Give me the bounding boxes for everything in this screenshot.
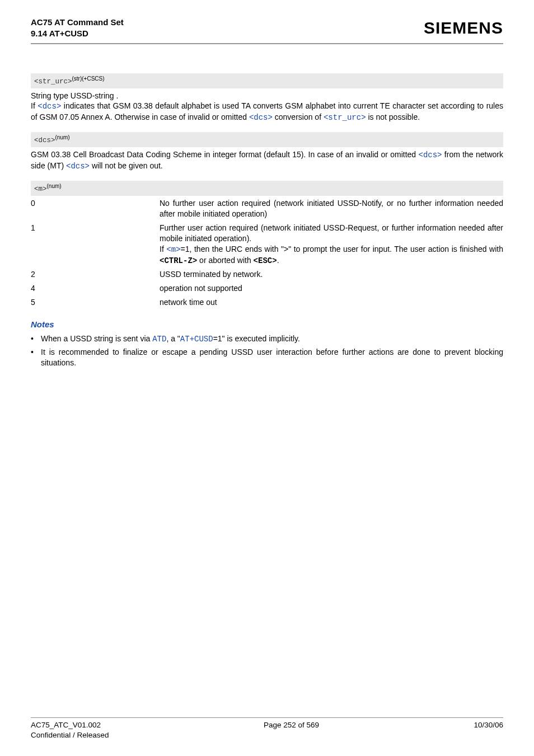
table-row: 1 Further user action required (network … (31, 223, 503, 266)
param-m-table: 0 No further user action required (netwo… (31, 198, 503, 308)
bullet-icon: • (31, 334, 41, 344)
m-ref: <m> (166, 245, 180, 254)
text: is not possible. (366, 112, 420, 121)
footer-date: 10/30/06 (474, 720, 503, 740)
m-val: USSD terminated by network. (160, 269, 503, 280)
param-str-urc-sup: (str)(+CSCS) (72, 76, 105, 82)
param-m-header: <m>(num) (31, 181, 503, 196)
text: Further user action required (network in… (160, 223, 503, 243)
param-dcs-sup: (num) (55, 134, 70, 140)
table-row: 2 USSD terminated by network. (31, 269, 503, 280)
text: String type USSD-string . (31, 91, 118, 100)
dcs-ref: <dcs> (38, 102, 61, 111)
table-row: 4 operation not supported (31, 283, 503, 294)
param-m-code: <m> (34, 185, 47, 193)
dcs-ref: <dcs> (249, 113, 273, 122)
doc-version: AC75_ATC_V01.002 (31, 721, 101, 729)
text: conversion of (273, 112, 324, 121)
ctrl-z-key: <CTRL-Z> (160, 256, 197, 265)
param-dcs-header: <dcs>(num) (31, 132, 503, 147)
m-key: 4 (31, 283, 160, 294)
header-title-block: AC75 AT Command Set 9.14 AT+CUSD (31, 17, 124, 40)
note-text: It is recommended to finalize or escape … (41, 347, 503, 368)
text: or aborted with (197, 256, 253, 265)
brand-logo: SIEMENS (424, 17, 503, 40)
text: . (277, 256, 279, 265)
param-dcs-code: <dcs> (34, 137, 55, 144)
list-item: • When a USSD string is sent via ATD, a … (31, 334, 503, 345)
text: If (31, 101, 38, 110)
page-footer: AC75_ATC_V01.002 Confidential / Released… (31, 717, 503, 740)
text: =1" is executed implicitly. (213, 334, 300, 343)
m-val: No further user action required (network… (160, 198, 503, 219)
text: =1, then the URC ends with ">" to prompt… (181, 245, 503, 253)
note-text: When a USSD string is sent via ATD, a "A… (41, 334, 503, 345)
list-item: • It is recommended to finalize or escap… (31, 347, 503, 368)
m-key: 1 (31, 223, 160, 233)
param-str-urc-header: <str_urc>(str)(+CSCS) (31, 73, 503, 88)
param-str-urc-code: <str_urc> (34, 78, 72, 86)
param-m-sup: (num) (47, 183, 62, 189)
m-key: 2 (31, 269, 160, 280)
page-header: AC75 AT Command Set 9.14 AT+CUSD SIEMENS (31, 17, 503, 40)
atd-ref: ATD (152, 335, 166, 344)
header-divider (31, 43, 503, 44)
bullet-icon: • (31, 347, 41, 358)
table-row: 0 No further user action required (netwo… (31, 198, 503, 219)
m-val: network time out (160, 297, 503, 308)
text: GSM 03.38 Cell Broadcast Data Coding Sch… (31, 150, 418, 159)
confidentiality: Confidential / Released (31, 731, 109, 739)
dcs-ref: <dcs> (66, 162, 90, 171)
footer-left: AC75_ATC_V01.002 Confidential / Released (31, 720, 109, 740)
footer-divider (31, 717, 503, 718)
str-urc-ref: <str_urc> (324, 113, 366, 122)
text: will not be given out. (90, 161, 163, 170)
m-val: operation not supported (160, 283, 503, 294)
notes-list: • When a USSD string is sent via ATD, a … (31, 334, 503, 368)
param-str-urc-desc: String type USSD-string . If <dcs> indic… (31, 91, 503, 124)
esc-key: <ESC> (254, 256, 277, 265)
param-dcs-desc: GSM 03.38 Cell Broadcast Data Coding Sch… (31, 149, 503, 172)
text: If (160, 245, 166, 253)
m-key: 0 (31, 198, 160, 209)
doc-title: AC75 AT Command Set (31, 17, 124, 28)
section-title: 9.14 AT+CUSD (31, 28, 124, 39)
table-row: 5 network time out (31, 297, 503, 308)
notes-heading: Notes (31, 319, 503, 330)
text: When a USSD string is sent via (41, 334, 152, 343)
page-number: Page 252 of 569 (264, 720, 319, 740)
dcs-ref: <dcs> (418, 151, 442, 159)
atcusd-ref: AT+CUSD (180, 335, 213, 344)
m-key: 5 (31, 297, 160, 308)
m-val: Further user action required (network in… (160, 223, 503, 266)
text: , a " (166, 334, 180, 343)
